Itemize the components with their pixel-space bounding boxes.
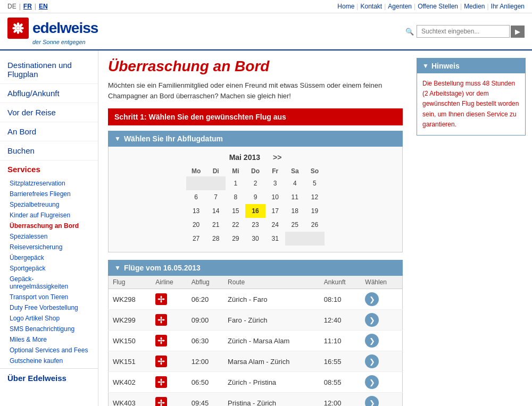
svg-point-34 <box>161 402 162 403</box>
calendar-day-cell[interactable]: 19 <box>305 204 325 218</box>
sidebar-service-item[interactable]: Sportgepäck <box>0 263 98 274</box>
select-flight-button[interactable]: ❯ <box>365 354 379 368</box>
calendar-day-cell[interactable]: 21 <box>206 218 226 232</box>
sidebar-service-item[interactable]: Optional Services and Fees <box>0 345 98 356</box>
route: Faro - Zürich <box>223 310 320 331</box>
calendar-day-cell[interactable]: 4 <box>285 176 305 190</box>
sidebar-item-destinationen[interactable]: Destinationen und Flugplan <box>0 56 98 84</box>
search-button[interactable]: ▶ <box>511 26 525 38</box>
sidebar-service-item[interactable]: Miles & More <box>0 334 98 345</box>
sidebar-service-item[interactable]: Duty Free Vorbestellung <box>0 302 98 313</box>
sidebar-service-item[interactable]: Transport von Tieren <box>0 292 98 302</box>
nav-kontakt[interactable]: Kontakt <box>360 3 382 10</box>
svg-point-0 <box>16 27 20 30</box>
calendar-body: Mai 2013 >> MoDiMiDoFrSaSo 1234567891011… <box>108 147 403 252</box>
nav-offene-stellen[interactable]: Offene Stellen <box>418 3 458 10</box>
calendar-day-cell[interactable]: 30 <box>245 232 265 246</box>
sidebar-service-item[interactable]: Barrierefreies Fliegen <box>0 189 98 199</box>
calendar-day-cell[interactable]: 31 <box>265 232 285 246</box>
calendar-day-cell <box>285 232 305 246</box>
arrival-time: 08:55 <box>320 372 361 393</box>
sidebar-service-item[interactable]: Übergepäck <box>0 252 98 263</box>
airline-icon <box>155 335 167 346</box>
calendar-day-cell[interactable]: 22 <box>226 218 245 232</box>
calendar-day-header: Sa <box>285 166 305 176</box>
calendar-day-header: Mi <box>226 166 245 176</box>
sidebar-item-abflug[interactable]: Abflug/Ankunft <box>0 84 98 103</box>
select-flight-button[interactable]: ❯ <box>365 334 379 348</box>
calendar-day-cell[interactable]: 24 <box>265 218 285 232</box>
calendar-day-cell[interactable]: 6 <box>186 190 206 204</box>
svg-point-18 <box>162 319 165 321</box>
sidebar-item-uber-edelweiss[interactable]: Über Edelweiss <box>0 368 98 387</box>
sidebar-service-item[interactable]: Gepäck-unregelmässigkeiten <box>0 274 98 292</box>
lang-de[interactable]: DE <box>7 3 16 10</box>
sidebar-service-item[interactable]: Reiseversicherung <box>0 242 98 252</box>
sidebar-service-item[interactable]: Spezialbetreuung <box>0 199 98 210</box>
calendar-day-cell[interactable]: 3 <box>265 176 285 190</box>
calendar-day-cell[interactable]: 2 <box>245 176 265 190</box>
flights-col-header: Ankunft <box>320 276 361 289</box>
calendar-day-cell[interactable]: 20 <box>186 218 206 232</box>
select-flight-button[interactable]: ❯ <box>365 292 379 306</box>
calendar-day-cell[interactable]: 12 <box>305 190 325 204</box>
calendar-day-cell[interactable]: 8 <box>226 190 245 204</box>
departure-time: 06:30 <box>187 331 223 351</box>
calendar-day-cell[interactable]: 17 <box>265 204 285 218</box>
airline-cell <box>151 393 187 407</box>
hinweis-box: ▼ Hinweis Die Bestellung muss 48 Stunden… <box>417 58 526 136</box>
select-flight-cell: ❯ <box>361 351 402 372</box>
airline-icon <box>155 314 167 326</box>
calendar-day-cell[interactable]: 26 <box>305 218 325 232</box>
calendar-next-btn[interactable]: >> <box>273 153 281 162</box>
calendar-day-cell[interactable]: 9 <box>245 190 265 204</box>
sidebar-service-item[interactable]: Kinder auf Flugreisen <box>0 210 98 221</box>
nav-home[interactable]: Home <box>337 3 354 10</box>
nav-agenten[interactable]: Agenten <box>388 3 412 10</box>
calendar-day-cell[interactable]: 25 <box>285 218 305 232</box>
calendar-day-cell[interactable]: 16 <box>245 204 265 218</box>
lang-en[interactable]: EN <box>39 3 48 10</box>
calendar-day-cell[interactable]: 5 <box>305 176 325 190</box>
airline-cell <box>151 331 187 351</box>
calendar-day-cell[interactable]: 15 <box>226 204 245 218</box>
calendar-day-cell[interactable]: 18 <box>285 204 305 218</box>
svg-point-35 <box>161 399 162 402</box>
select-flight-cell: ❯ <box>361 310 402 331</box>
hinweis-text: Die Bestellung muss 48 Stunden (2 Arbeit… <box>422 79 520 130</box>
sidebar-service-item[interactable]: Überraschung an Bord <box>0 221 98 231</box>
sidebar-item-buchen[interactable]: Buchen <box>0 141 98 160</box>
calendar-day-cell[interactable]: 28 <box>206 232 226 246</box>
logo-box: edelweiss <box>7 18 98 39</box>
search-input[interactable] <box>417 25 510 38</box>
sidebar-item-an-bord[interactable]: An Bord <box>0 122 98 141</box>
calendar-day-cell[interactable]: 29 <box>226 232 245 246</box>
select-flight-button[interactable]: ❯ <box>365 313 379 327</box>
sidebar-item-vor-reise[interactable]: Vor der Reise <box>0 103 98 122</box>
calendar-day-cell[interactable]: 23 <box>245 218 265 232</box>
sidebar-service-item[interactable]: Logo Artikel Shop <box>0 313 98 324</box>
sidebar-service-item[interactable]: Spezialessen <box>0 231 98 242</box>
lang-fr[interactable]: FR <box>23 3 32 10</box>
calendar-day-header: Mo <box>186 166 206 176</box>
svg-point-25 <box>161 358 162 360</box>
route: Zürich - Faro <box>223 289 320 310</box>
select-flight-button[interactable]: ❯ <box>365 396 379 406</box>
calendar-day-cell[interactable]: 13 <box>186 204 206 218</box>
nav-ihr-anliegen[interactable]: Ihr Anliegen <box>491 3 525 10</box>
sidebar-service-item[interactable]: SMS Benachrichtigung <box>0 324 98 334</box>
calendar-day-cell[interactable]: 7 <box>206 190 226 204</box>
svg-point-3 <box>12 27 16 30</box>
calendar-day-cell[interactable]: 27 <box>186 232 206 246</box>
calendar-day-cell[interactable]: 11 <box>285 190 305 204</box>
table-row: WK298 06:20Zürich - Faro08:10❯ <box>109 289 403 310</box>
calendar-day-cell[interactable]: 14 <box>206 204 226 218</box>
select-flight-button[interactable]: ❯ <box>365 375 379 389</box>
calendar-day-cell[interactable]: 1 <box>226 176 245 190</box>
sidebar-service-item[interactable]: Gutscheine kaufen <box>0 356 98 366</box>
flights-col-header: Flug <box>109 276 152 289</box>
sidebar-service-item[interactable]: Sitzplatzreservation <box>0 178 98 189</box>
airline-icon <box>155 293 167 305</box>
calendar-day-cell[interactable]: 10 <box>265 190 285 204</box>
nav-medien[interactable]: Medien <box>464 3 485 10</box>
